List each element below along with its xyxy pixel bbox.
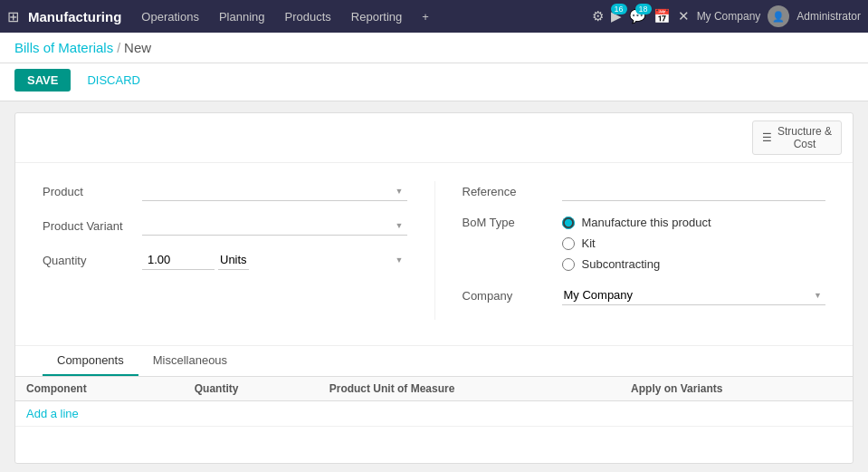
bom-type-kit-label: Kit xyxy=(582,236,596,250)
topnav: ⊞ Manufacturing Operations Planning Prod… xyxy=(0,0,868,33)
tab-components[interactable]: Components xyxy=(43,346,138,376)
form-bottom-pad xyxy=(15,427,853,463)
form-card-toolbar: ☰ Structure &Cost xyxy=(15,113,853,163)
tab-miscellaneous[interactable]: Miscellaneous xyxy=(138,346,242,376)
reference-label: Reference xyxy=(463,185,562,198)
bom-type-subcontracting-label: Subcontracting xyxy=(582,257,661,271)
unit-select-wrapper: Units kg L m xyxy=(218,250,407,270)
nav-add[interactable]: + xyxy=(413,6,438,27)
table-header-row: Component Quantity Product Unit of Measu… xyxy=(15,377,853,401)
bom-type-subcontracting[interactable]: Subcontracting xyxy=(562,257,711,271)
bom-type-label: BoM Type xyxy=(463,216,562,229)
unit-select[interactable]: Units kg L m xyxy=(218,250,249,270)
bom-type-subcontracting-radio[interactable] xyxy=(562,258,575,271)
timer-icon[interactable]: ▶ 16 xyxy=(611,8,622,24)
col-uom: Product Unit of Measure xyxy=(319,377,620,401)
topnav-right: ⚙ ▶ 16 💬 18 📅 ✕ My Company 👤 Administrat… xyxy=(592,5,861,27)
col-variants: Apply on Variants xyxy=(620,377,853,401)
bom-type-kit-radio[interactable] xyxy=(562,237,575,250)
reference-input[interactable] xyxy=(562,181,826,201)
nav-planning[interactable]: Planning xyxy=(210,6,274,27)
company-select-wrapper: My Company xyxy=(562,285,826,305)
product-select[interactable] xyxy=(142,181,407,201)
bom-type-manufacture[interactable]: Manufacture this product xyxy=(562,216,711,229)
breadcrumb-link[interactable]: Bills of Materials xyxy=(14,40,113,55)
product-variant-select-wrapper xyxy=(142,216,407,236)
table-body: Add a line xyxy=(15,401,853,427)
user-name: Administrator xyxy=(796,10,861,23)
bom-table: Component Quantity Product Unit of Measu… xyxy=(15,376,853,427)
bom-type-field-row: BoM Type Manufacture this product Kit xyxy=(463,216,826,271)
form-right: Reference BoM Type Manufacture this prod… xyxy=(434,181,826,320)
structure-cost-label: Structure &Cost xyxy=(777,125,832,150)
product-field-row: Product xyxy=(43,181,407,201)
settings-icon[interactable]: ⚙ xyxy=(592,8,604,24)
save-button[interactable]: SAVE xyxy=(14,69,71,92)
action-bar: SAVE DISCARD xyxy=(0,63,868,101)
product-variant-field-row: Product Variant xyxy=(43,216,407,236)
company-label: Company xyxy=(463,289,562,303)
reference-field-row: Reference xyxy=(463,181,826,201)
add-line-button[interactable]: Add a line xyxy=(15,401,90,426)
product-label: Product xyxy=(43,185,142,198)
main-content: ☰ Structure &Cost Product xyxy=(0,101,868,472)
tabs-bar: Components Miscellaneous xyxy=(15,345,853,376)
breadcrumb-separator: / xyxy=(117,41,120,55)
col-component: Component xyxy=(15,377,184,401)
discard-button[interactable]: DISCARD xyxy=(78,69,149,92)
grid-icon[interactable]: ⊞ xyxy=(7,8,19,25)
company-field-row: Company My Company xyxy=(463,285,826,305)
user-avatar[interactable]: 👤 xyxy=(768,5,789,27)
nav-reporting[interactable]: Reporting xyxy=(342,6,411,27)
quantity-label: Quantity xyxy=(43,254,142,267)
close-icon[interactable]: ✕ xyxy=(678,8,690,24)
product-variant-label: Product Variant xyxy=(43,219,142,233)
quantity-unit-group: Units kg L m xyxy=(142,250,407,270)
breadcrumb-current: New xyxy=(124,40,151,55)
bom-type-group: Manufacture this product Kit Subcontract… xyxy=(562,216,711,271)
avatar-icon: 👤 xyxy=(772,11,785,23)
bom-type-manufacture-radio[interactable] xyxy=(562,217,575,229)
breadcrumb: Bills of Materials / New xyxy=(0,33,868,63)
app-title: Manufacturing xyxy=(28,9,121,24)
quantity-field-row: Quantity Units kg L m xyxy=(43,250,407,270)
table-section: Component Quantity Product Unit of Measu… xyxy=(15,376,853,427)
product-select-wrapper xyxy=(142,181,407,201)
chat-icon[interactable]: 💬 18 xyxy=(629,8,646,24)
calendar-icon[interactable]: 📅 xyxy=(653,8,671,24)
product-variant-select[interactable] xyxy=(142,216,407,236)
quantity-input[interactable] xyxy=(142,250,215,270)
bom-type-kit[interactable]: Kit xyxy=(562,236,711,250)
company-select[interactable]: My Company xyxy=(562,285,826,305)
form-left: Product Product Variant xyxy=(43,181,434,320)
nav-operations[interactable]: Operations xyxy=(132,6,208,27)
menu-icon: ☰ xyxy=(762,131,772,144)
form-body: Product Product Variant xyxy=(15,163,853,338)
company-name[interactable]: My Company xyxy=(697,10,761,23)
table-row-empty: Add a line xyxy=(15,401,853,427)
chat-badge: 18 xyxy=(635,4,652,14)
structure-cost-button[interactable]: ☰ Structure &Cost xyxy=(752,120,842,155)
form-card: ☰ Structure &Cost Product xyxy=(14,112,854,464)
tabs-list: Components Miscellaneous xyxy=(43,346,825,376)
timer-badge: 16 xyxy=(611,4,627,14)
nav-products[interactable]: Products xyxy=(276,6,340,27)
col-quantity: Quantity xyxy=(184,377,319,401)
topnav-menu: Operations Planning Products Reporting + xyxy=(132,6,587,27)
bom-type-manufacture-label: Manufacture this product xyxy=(582,216,711,229)
